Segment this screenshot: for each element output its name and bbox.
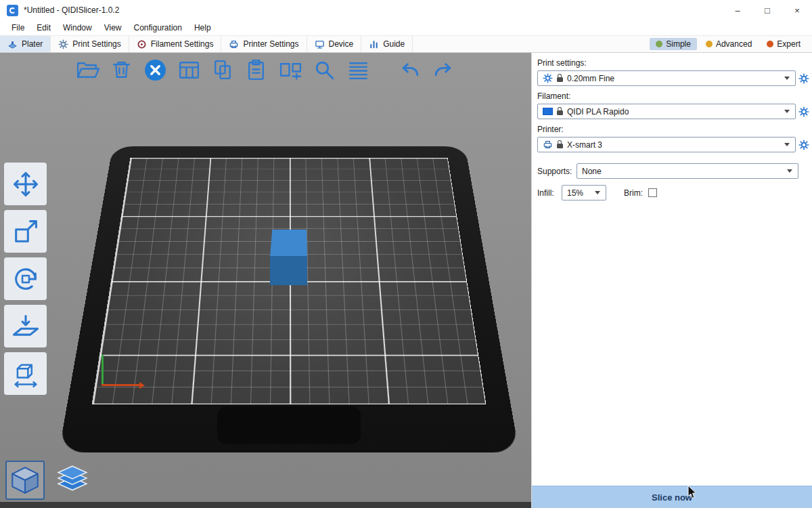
filament-label: Filament: bbox=[537, 91, 809, 101]
model-cube-top-face[interactable] bbox=[270, 230, 307, 257]
variable-layer-height-icon bbox=[346, 58, 371, 83]
print-settings-label: Print settings: bbox=[537, 58, 809, 68]
print-settings-combo[interactable]: 0.20mm Fine bbox=[537, 70, 796, 86]
move-icon bbox=[11, 169, 41, 199]
lock-icon bbox=[557, 144, 563, 148]
copy-icon bbox=[210, 58, 235, 83]
redo-icon bbox=[431, 58, 456, 83]
delete-all-button[interactable] bbox=[142, 57, 168, 83]
dropdown-caret-icon bbox=[787, 169, 792, 173]
undo-icon bbox=[397, 58, 422, 83]
dropdown-caret-icon bbox=[784, 77, 790, 80]
supports-combo[interactable]: None bbox=[577, 163, 798, 179]
preset-gear-icon bbox=[543, 73, 553, 83]
arrange-grid-icon bbox=[177, 58, 202, 83]
editor-view-button[interactable] bbox=[5, 461, 45, 500]
menu-help[interactable]: Help bbox=[188, 21, 217, 35]
place-on-face-tool-button[interactable] bbox=[4, 305, 47, 347]
editor-3d-cube-icon bbox=[8, 463, 42, 497]
mouse-cursor bbox=[687, 485, 697, 499]
rotate-icon bbox=[11, 264, 41, 294]
infill-label: Infill: bbox=[537, 188, 562, 198]
open-file-button[interactable] bbox=[74, 57, 100, 83]
printer-gear-button[interactable] bbox=[798, 140, 809, 150]
title-bar: *Untitled - QIDISlicer-1.0.2 – □ × bbox=[0, 0, 812, 20]
copy-button[interactable] bbox=[210, 57, 235, 83]
menu-edit[interactable]: Edit bbox=[30, 21, 57, 35]
search-button[interactable] bbox=[311, 57, 337, 83]
preview-view-button[interactable] bbox=[53, 461, 92, 500]
filament-combo[interactable]: QIDI PLA Rapido bbox=[537, 104, 796, 119]
paste-icon bbox=[244, 58, 269, 83]
device-monitor-icon bbox=[315, 39, 325, 49]
axis-x-indicator bbox=[102, 384, 139, 386]
search-icon bbox=[312, 58, 337, 83]
viewport-3d[interactable] bbox=[0, 53, 531, 508]
axis-y-indicator bbox=[102, 355, 104, 386]
printer-icon bbox=[543, 140, 553, 150]
menu-configuration[interactable]: Configuration bbox=[128, 21, 188, 35]
lock-icon bbox=[557, 110, 563, 115]
app-window: *Untitled - QIDISlicer-1.0.2 – □ × File … bbox=[0, 0, 812, 508]
filament-gear-button[interactable] bbox=[798, 106, 809, 117]
printer-combo[interactable]: X-smart 3 bbox=[537, 137, 796, 152]
brim-checkbox[interactable] bbox=[648, 188, 657, 197]
menu-bar: File Edit Window View Configuration Help bbox=[0, 20, 812, 35]
split-objects-icon bbox=[278, 58, 303, 83]
lock-icon bbox=[557, 77, 563, 82]
print-settings-gear-button[interactable] bbox=[798, 73, 809, 84]
window-title: *Untitled - QIDISlicer-1.0.2 bbox=[24, 5, 119, 15]
paste-button[interactable] bbox=[244, 57, 269, 83]
guide-bars-icon bbox=[369, 39, 379, 49]
brim-label: Brim: bbox=[624, 188, 643, 198]
simple-mode-dot-icon bbox=[656, 41, 662, 47]
model-cube-front-face[interactable] bbox=[270, 256, 307, 285]
tab-plater[interactable]: Plater bbox=[0, 36, 51, 52]
mode-expert[interactable]: Expert bbox=[761, 38, 807, 50]
printer-label: Printer: bbox=[537, 125, 809, 134]
mode-simple[interactable]: Simple bbox=[650, 38, 697, 50]
tab-printer-settings[interactable]: Printer Settings bbox=[221, 36, 307, 52]
delete-button[interactable] bbox=[108, 57, 134, 83]
app-logo-icon bbox=[7, 5, 18, 16]
dropdown-caret-icon bbox=[784, 110, 790, 113]
filament-spool-icon bbox=[137, 39, 147, 49]
cut-icon bbox=[11, 359, 41, 389]
supports-label: Supports: bbox=[537, 167, 577, 176]
dropdown-caret-icon bbox=[784, 143, 790, 146]
close-button[interactable]: × bbox=[782, 0, 812, 20]
arrange-button[interactable] bbox=[176, 57, 202, 83]
place-on-face-icon bbox=[11, 312, 41, 341]
viewport-bottom-strip bbox=[0, 502, 531, 508]
minimize-button[interactable]: – bbox=[723, 0, 752, 20]
split-objects-button[interactable] bbox=[277, 57, 303, 83]
maximize-button[interactable]: □ bbox=[752, 0, 782, 20]
tab-filament-settings[interactable]: Filament Settings bbox=[129, 36, 222, 52]
trash-icon bbox=[109, 58, 134, 83]
rotate-tool-button[interactable] bbox=[4, 257, 47, 300]
tab-print-settings[interactable]: Print Settings bbox=[51, 36, 129, 52]
tab-bar: Plater Print Settings Filament Settings … bbox=[0, 35, 812, 53]
menu-view[interactable]: View bbox=[98, 21, 128, 35]
move-tool-button[interactable] bbox=[4, 163, 47, 205]
delete-all-icon bbox=[143, 58, 168, 83]
mode-selector: Simple Advanced Expert bbox=[650, 36, 812, 52]
view-toggle bbox=[5, 461, 92, 500]
mode-advanced[interactable]: Advanced bbox=[700, 38, 758, 50]
scale-tool-button[interactable] bbox=[4, 210, 47, 253]
advanced-mode-dot-icon bbox=[706, 41, 713, 47]
infill-combo[interactable]: 15% bbox=[562, 185, 606, 200]
scale-icon bbox=[11, 217, 41, 247]
cut-tool-button[interactable] bbox=[4, 352, 47, 395]
slice-now-button[interactable]: Slice now bbox=[532, 486, 812, 508]
plater-icon bbox=[7, 39, 18, 49]
settings-sidebar: Print settings: 0.20mm Fine Filament: QI… bbox=[531, 53, 812, 508]
open-folder-icon bbox=[75, 58, 100, 83]
tab-guide[interactable]: Guide bbox=[361, 36, 413, 52]
tab-device[interactable]: Device bbox=[307, 36, 362, 52]
menu-file[interactable]: File bbox=[5, 21, 30, 35]
menu-window[interactable]: Window bbox=[57, 21, 98, 35]
redo-button[interactable] bbox=[430, 57, 456, 83]
variable-layer-height-button[interactable] bbox=[345, 57, 371, 83]
undo-button[interactable] bbox=[397, 57, 422, 83]
